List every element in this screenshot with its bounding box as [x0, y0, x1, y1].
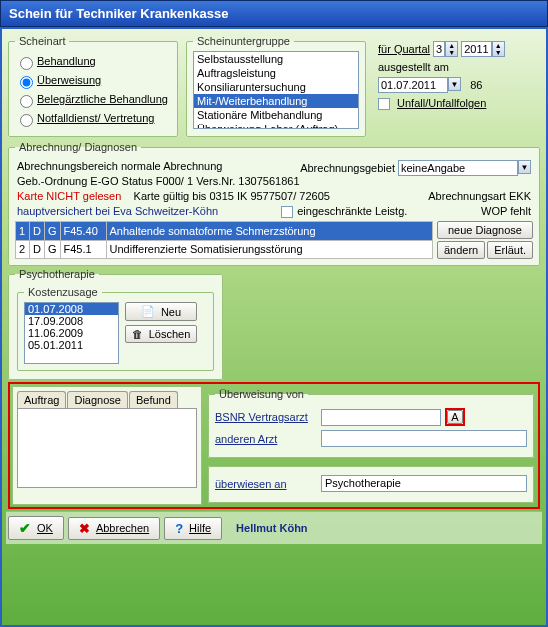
erlaeut-button[interactable]: Erläut.: [487, 241, 533, 259]
close-icon: ✖: [79, 521, 90, 536]
gebiet-label: Abrechnungsgebiet: [300, 162, 395, 174]
untergruppe-legend: Scheinuntergruppe: [193, 35, 294, 47]
geb-text: Geb.-Ordnung E-GO Status F000/ 1 Vers.Nr…: [17, 175, 531, 187]
list-item[interactable]: Konsiliaruntersuchung: [194, 80, 358, 94]
dropdown-arrow-icon[interactable]: ▼: [518, 160, 531, 174]
radio-behandlung[interactable]: Behandlung: [15, 54, 171, 70]
neu-button[interactable]: 📄 Neu: [125, 302, 197, 321]
num-label: 86: [470, 79, 482, 91]
untergruppe-group: Scheinuntergruppe Selbstausstellung Auft…: [186, 35, 366, 137]
table-row[interactable]: 1 D G F45.40 Anhaltende somatoforme Schm…: [16, 222, 433, 241]
abbrechen-button[interactable]: ✖ Abbrechen: [68, 517, 160, 540]
tab-auftrag[interactable]: Auftrag: [17, 391, 66, 408]
karte-gueltig-text: Karte gültig bis 0315 IK 9577507/ 72605: [134, 190, 330, 202]
list-item[interactable]: Überweisung Labor (Auftrag): [194, 122, 358, 129]
kosten-listbox[interactable]: 01.07.2008 17.09.2008 11.06.2009 05.01.2…: [24, 302, 119, 364]
eingeschraenkt-checkbox[interactable]: [281, 206, 293, 218]
date-picker[interactable]: 01.07.2011: [378, 77, 448, 93]
auftrag-panel: Auftrag Diagnose Befund: [12, 386, 202, 505]
psycho-group: Psychotherapie Kostenzusage 01.07.2008 1…: [8, 268, 223, 380]
button-bar: ✔ OK ✖ Abbrechen ? Hilfe Hellmut Köhn: [6, 511, 542, 544]
tab-befund[interactable]: Befund: [129, 391, 178, 408]
scheinart-legend: Scheinart: [15, 35, 69, 47]
anderen-label: anderen Arzt: [215, 433, 315, 445]
haupt-text: hauptversichert bei Eva Schweitzer-Köhn: [17, 205, 218, 217]
patient-name: Hellmut Köhn: [236, 522, 308, 534]
neue-diagnose-button[interactable]: neue Diagnose: [437, 221, 533, 239]
tab-diagnose[interactable]: Diagnose: [67, 391, 127, 408]
ok-button[interactable]: ✔ OK: [8, 516, 64, 540]
ausgestellt-label: ausgestellt am: [378, 61, 536, 73]
unfall-checkbox[interactable]: [378, 98, 390, 110]
new-document-icon: 📄: [141, 305, 155, 318]
tab-content[interactable]: [17, 408, 197, 488]
list-item-selected[interactable]: 01.07.2008: [25, 303, 118, 315]
list-item[interactable]: 11.06.2009: [25, 327, 118, 339]
table-row[interactable]: 2 D G F45.1 Undifferenzierte Somatisieru…: [16, 240, 433, 259]
check-icon: ✔: [19, 520, 31, 536]
spinner-buttons-icon[interactable]: ▲▼: [445, 41, 458, 57]
help-icon: ?: [175, 521, 183, 536]
abrechart-text: Abrechnungsart EKK: [428, 190, 531, 202]
hilfe-button[interactable]: ? Hilfe: [164, 517, 222, 540]
loeschen-button[interactable]: 🗑 Löschen: [125, 325, 197, 343]
radio-ueberweisung[interactable]: Überweisung: [15, 73, 171, 89]
anderen-input[interactable]: [321, 430, 527, 447]
ueberweisung-von-legend: Überweisung von: [215, 388, 308, 400]
trash-icon: 🗑: [132, 328, 143, 340]
list-item-selected[interactable]: Mit-/Weiterbehandlung: [194, 94, 358, 108]
eingeschraenkt-label: eingeschränkte Leistg.: [297, 205, 407, 217]
kosten-legend: Kostenzusage: [24, 286, 102, 298]
a-lookup-button[interactable]: A: [447, 410, 462, 424]
list-item[interactable]: Stationäre Mitbehandlung: [194, 108, 358, 122]
radio-beleg[interactable]: Belegärztliche Behandlung: [15, 92, 171, 108]
a-button-highlight: A: [445, 408, 465, 426]
psycho-legend: Psychotherapie: [15, 268, 99, 280]
list-item[interactable]: Auftragsleistung: [194, 66, 358, 80]
ueberwiesen-an-label: überwiesen an: [215, 478, 315, 490]
ueberwiesen-an-group: überwiesen an Psychotherapie: [208, 466, 534, 503]
radio-notfall[interactable]: Notfalldienst/ Vertretung: [15, 111, 171, 127]
list-item[interactable]: 05.01.2011: [25, 339, 118, 351]
wop-text: WOP fehlt: [481, 205, 531, 217]
ueberweisung-von-group: Überweisung von BSNR Vertragsarzt A ande…: [208, 388, 534, 458]
abrechnung-legend: Abrechnung/ Diagnosen: [15, 141, 141, 153]
abrechnung-group: Abrechnung/ Diagnosen Abrechnungsbereich…: [8, 141, 540, 266]
spinner-buttons-icon[interactable]: ▲▼: [492, 41, 505, 57]
year-spinner[interactable]: 2011: [461, 41, 491, 57]
list-item[interactable]: 17.09.2008: [25, 315, 118, 327]
ueberwiesen-an-input[interactable]: Psychotherapie: [321, 475, 527, 492]
untergruppe-listbox[interactable]: Selbstausstellung Auftragsleistung Konsi…: [193, 51, 359, 129]
gebiet-combo[interactable]: keineAngabe: [398, 160, 518, 176]
quartal-label: für Quartal: [378, 43, 430, 55]
window-title: Schein für Techniker Krankenkasse: [0, 0, 548, 27]
diagnose-table[interactable]: 1 D G F45.40 Anhaltende somatoforme Schm…: [15, 221, 433, 259]
scheinart-group: Scheinart Behandlung Überweisung Belegär…: [8, 35, 178, 137]
quartal-spinner[interactable]: 3: [433, 41, 445, 57]
bereich-text: Abrechnungsbereich normale Abrechnung: [17, 160, 222, 172]
bsnr-input[interactable]: [321, 409, 441, 426]
window-body: Scheinart Behandlung Überweisung Belegär…: [0, 27, 548, 627]
unfall-label: Unfall/Unfallfolgen: [397, 97, 486, 109]
dropdown-arrow-icon[interactable]: ▼: [448, 77, 461, 91]
karte-warning: Karte NICHT gelesen: [17, 190, 121, 202]
quartal-panel: für Quartal 3▲▼ 2011▲▼ ausgestellt am 01…: [372, 33, 542, 139]
aendern-button[interactable]: ändern: [437, 241, 485, 259]
bsnr-label: BSNR Vertragsarzt: [215, 411, 315, 423]
ueberweisung-area: Auftrag Diagnose Befund Überweisung von …: [8, 382, 540, 509]
kosten-group: Kostenzusage 01.07.2008 17.09.2008 11.06…: [17, 286, 214, 371]
list-item[interactable]: Selbstausstellung: [194, 52, 358, 66]
